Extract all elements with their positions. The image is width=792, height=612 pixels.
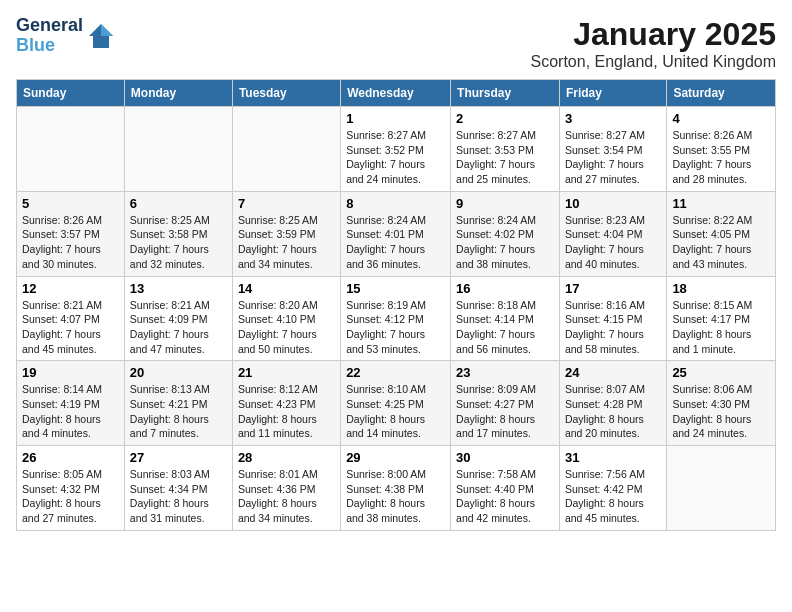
day-of-week-header: Wednesday	[341, 80, 451, 107]
day-info: Sunrise: 8:18 AM Sunset: 4:14 PM Dayligh…	[456, 298, 554, 357]
calendar-week-row: 1Sunrise: 8:27 AM Sunset: 3:52 PM Daylig…	[17, 107, 776, 192]
calendar-cell: 11Sunrise: 8:22 AM Sunset: 4:05 PM Dayli…	[667, 191, 776, 276]
calendar-cell: 30Sunrise: 7:58 AM Sunset: 4:40 PM Dayli…	[451, 446, 560, 531]
day-number: 12	[22, 281, 119, 296]
calendar-cell: 23Sunrise: 8:09 AM Sunset: 4:27 PM Dayli…	[451, 361, 560, 446]
day-number: 10	[565, 196, 661, 211]
calendar-cell: 31Sunrise: 7:56 AM Sunset: 4:42 PM Dayli…	[559, 446, 666, 531]
calendar-week-row: 5Sunrise: 8:26 AM Sunset: 3:57 PM Daylig…	[17, 191, 776, 276]
day-of-week-header: Thursday	[451, 80, 560, 107]
day-number: 3	[565, 111, 661, 126]
day-number: 26	[22, 450, 119, 465]
day-info: Sunrise: 8:10 AM Sunset: 4:25 PM Dayligh…	[346, 382, 445, 441]
day-info: Sunrise: 8:19 AM Sunset: 4:12 PM Dayligh…	[346, 298, 445, 357]
day-info: Sunrise: 8:23 AM Sunset: 4:04 PM Dayligh…	[565, 213, 661, 272]
calendar-cell: 26Sunrise: 8:05 AM Sunset: 4:32 PM Dayli…	[17, 446, 125, 531]
day-number: 6	[130, 196, 227, 211]
day-info: Sunrise: 8:24 AM Sunset: 4:01 PM Dayligh…	[346, 213, 445, 272]
calendar-week-row: 26Sunrise: 8:05 AM Sunset: 4:32 PM Dayli…	[17, 446, 776, 531]
day-info: Sunrise: 8:14 AM Sunset: 4:19 PM Dayligh…	[22, 382, 119, 441]
day-info: Sunrise: 8:09 AM Sunset: 4:27 PM Dayligh…	[456, 382, 554, 441]
calendar-cell: 6Sunrise: 8:25 AM Sunset: 3:58 PM Daylig…	[124, 191, 232, 276]
calendar-cell: 10Sunrise: 8:23 AM Sunset: 4:04 PM Dayli…	[559, 191, 666, 276]
day-number: 22	[346, 365, 445, 380]
calendar-table: SundayMondayTuesdayWednesdayThursdayFrid…	[16, 79, 776, 531]
calendar-cell	[232, 107, 340, 192]
calendar-week-row: 12Sunrise: 8:21 AM Sunset: 4:07 PM Dayli…	[17, 276, 776, 361]
day-number: 2	[456, 111, 554, 126]
day-info: Sunrise: 8:27 AM Sunset: 3:54 PM Dayligh…	[565, 128, 661, 187]
day-number: 25	[672, 365, 770, 380]
day-number: 23	[456, 365, 554, 380]
calendar-cell: 22Sunrise: 8:10 AM Sunset: 4:25 PM Dayli…	[341, 361, 451, 446]
calendar-cell: 16Sunrise: 8:18 AM Sunset: 4:14 PM Dayli…	[451, 276, 560, 361]
day-info: Sunrise: 8:26 AM Sunset: 3:55 PM Dayligh…	[672, 128, 770, 187]
day-info: Sunrise: 7:58 AM Sunset: 4:40 PM Dayligh…	[456, 467, 554, 526]
calendar-cell	[124, 107, 232, 192]
calendar-cell: 12Sunrise: 8:21 AM Sunset: 4:07 PM Dayli…	[17, 276, 125, 361]
calendar-cell: 24Sunrise: 8:07 AM Sunset: 4:28 PM Dayli…	[559, 361, 666, 446]
day-info: Sunrise: 8:26 AM Sunset: 3:57 PM Dayligh…	[22, 213, 119, 272]
day-of-week-header: Saturday	[667, 80, 776, 107]
day-number: 11	[672, 196, 770, 211]
day-info: Sunrise: 8:13 AM Sunset: 4:21 PM Dayligh…	[130, 382, 227, 441]
day-of-week-header: Monday	[124, 80, 232, 107]
day-info: Sunrise: 8:03 AM Sunset: 4:34 PM Dayligh…	[130, 467, 227, 526]
day-of-week-header: Friday	[559, 80, 666, 107]
calendar-cell: 2Sunrise: 8:27 AM Sunset: 3:53 PM Daylig…	[451, 107, 560, 192]
day-number: 15	[346, 281, 445, 296]
day-number: 4	[672, 111, 770, 126]
day-info: Sunrise: 8:05 AM Sunset: 4:32 PM Dayligh…	[22, 467, 119, 526]
day-number: 9	[456, 196, 554, 211]
day-info: Sunrise: 8:12 AM Sunset: 4:23 PM Dayligh…	[238, 382, 335, 441]
month-year-title: January 2025	[531, 16, 776, 53]
calendar-cell: 5Sunrise: 8:26 AM Sunset: 3:57 PM Daylig…	[17, 191, 125, 276]
day-number: 20	[130, 365, 227, 380]
day-of-week-header: Tuesday	[232, 80, 340, 107]
day-number: 8	[346, 196, 445, 211]
day-number: 5	[22, 196, 119, 211]
calendar-cell: 25Sunrise: 8:06 AM Sunset: 4:30 PM Dayli…	[667, 361, 776, 446]
day-number: 24	[565, 365, 661, 380]
calendar-cell: 15Sunrise: 8:19 AM Sunset: 4:12 PM Dayli…	[341, 276, 451, 361]
logo: GeneralBlue	[16, 16, 115, 56]
day-info: Sunrise: 8:22 AM Sunset: 4:05 PM Dayligh…	[672, 213, 770, 272]
calendar-cell: 20Sunrise: 8:13 AM Sunset: 4:21 PM Dayli…	[124, 361, 232, 446]
logo-icon	[87, 22, 115, 50]
day-number: 1	[346, 111, 445, 126]
calendar-week-row: 19Sunrise: 8:14 AM Sunset: 4:19 PM Dayli…	[17, 361, 776, 446]
day-number: 31	[565, 450, 661, 465]
day-number: 17	[565, 281, 661, 296]
day-info: Sunrise: 8:25 AM Sunset: 3:59 PM Dayligh…	[238, 213, 335, 272]
calendar-cell: 19Sunrise: 8:14 AM Sunset: 4:19 PM Dayli…	[17, 361, 125, 446]
day-info: Sunrise: 8:27 AM Sunset: 3:52 PM Dayligh…	[346, 128, 445, 187]
calendar-cell: 4Sunrise: 8:26 AM Sunset: 3:55 PM Daylig…	[667, 107, 776, 192]
day-number: 29	[346, 450, 445, 465]
page-header: GeneralBlue January 2025 Scorton, Englan…	[16, 16, 776, 71]
title-block: January 2025 Scorton, England, United Ki…	[531, 16, 776, 71]
day-info: Sunrise: 8:24 AM Sunset: 4:02 PM Dayligh…	[456, 213, 554, 272]
calendar-cell: 21Sunrise: 8:12 AM Sunset: 4:23 PM Dayli…	[232, 361, 340, 446]
day-number: 7	[238, 196, 335, 211]
day-info: Sunrise: 8:21 AM Sunset: 4:09 PM Dayligh…	[130, 298, 227, 357]
calendar-cell: 18Sunrise: 8:15 AM Sunset: 4:17 PM Dayli…	[667, 276, 776, 361]
calendar-cell: 27Sunrise: 8:03 AM Sunset: 4:34 PM Dayli…	[124, 446, 232, 531]
header-row: SundayMondayTuesdayWednesdayThursdayFrid…	[17, 80, 776, 107]
day-number: 30	[456, 450, 554, 465]
location-subtitle: Scorton, England, United Kingdom	[531, 53, 776, 71]
day-number: 19	[22, 365, 119, 380]
day-number: 21	[238, 365, 335, 380]
calendar-cell	[667, 446, 776, 531]
calendar-cell: 28Sunrise: 8:01 AM Sunset: 4:36 PM Dayli…	[232, 446, 340, 531]
day-of-week-header: Sunday	[17, 80, 125, 107]
calendar-cell: 14Sunrise: 8:20 AM Sunset: 4:10 PM Dayli…	[232, 276, 340, 361]
day-info: Sunrise: 8:01 AM Sunset: 4:36 PM Dayligh…	[238, 467, 335, 526]
day-info: Sunrise: 8:06 AM Sunset: 4:30 PM Dayligh…	[672, 382, 770, 441]
day-info: Sunrise: 7:56 AM Sunset: 4:42 PM Dayligh…	[565, 467, 661, 526]
logo-text: GeneralBlue	[16, 16, 83, 56]
day-info: Sunrise: 8:00 AM Sunset: 4:38 PM Dayligh…	[346, 467, 445, 526]
svg-marker-1	[101, 24, 113, 36]
day-info: Sunrise: 8:20 AM Sunset: 4:10 PM Dayligh…	[238, 298, 335, 357]
day-number: 14	[238, 281, 335, 296]
day-info: Sunrise: 8:15 AM Sunset: 4:17 PM Dayligh…	[672, 298, 770, 357]
